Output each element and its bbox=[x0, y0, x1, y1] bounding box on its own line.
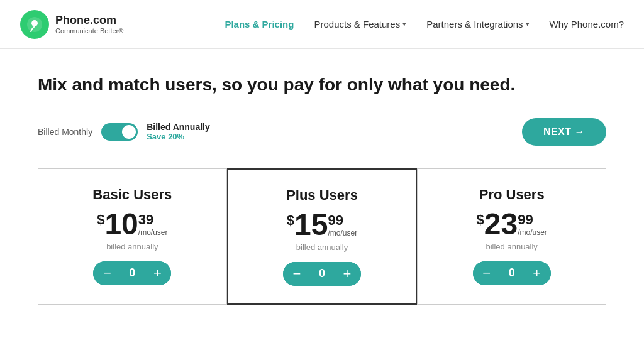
billing-annual-label: Billed Annually bbox=[147, 122, 210, 132]
toggle-thumb bbox=[122, 125, 136, 139]
counter-decrement-basic[interactable]: − bbox=[93, 261, 121, 285]
logo-text: Phone.com Communicate Better® bbox=[55, 14, 123, 35]
counter-increment-pro[interactable]: + bbox=[523, 261, 551, 285]
pricing-cards-row: Basic Users $ 10 39 /mo/user billed annu… bbox=[38, 168, 606, 305]
price-dollar-pro: $ bbox=[477, 212, 484, 228]
counter-increment-basic[interactable]: + bbox=[143, 261, 171, 285]
billing-row: Billed Monthly Billed Annually Save 20% … bbox=[38, 118, 606, 146]
price-row-pro: $ 23 99 /mo/user bbox=[477, 209, 547, 239]
counter-value-pro: 0 bbox=[501, 266, 523, 280]
main-content: Mix and match users, so you pay for only… bbox=[0, 49, 644, 305]
price-amount-plus: 15 bbox=[294, 210, 328, 240]
counter-increment-plus[interactable]: + bbox=[333, 262, 361, 286]
counter-value-plus: 0 bbox=[311, 267, 333, 280]
logo-area: Phone.com Communicate Better® bbox=[20, 10, 123, 39]
pricing-card-pro: Pro Users $ 23 99 /mo/user billed annual… bbox=[417, 169, 606, 305]
price-unit-plus: /mo/user bbox=[328, 229, 357, 237]
billed-note-basic: billed annually bbox=[106, 242, 158, 251]
nav-plans-pricing[interactable]: Plans & Pricing bbox=[225, 19, 294, 30]
price-dollar-basic: $ bbox=[97, 212, 104, 228]
chevron-down-icon: ▾ bbox=[402, 20, 406, 28]
counter-decrement-plus[interactable]: − bbox=[283, 262, 311, 286]
counter-decrement-pro[interactable]: − bbox=[473, 261, 501, 285]
price-cents-unit-pro: 99 /mo/user bbox=[518, 212, 547, 237]
chevron-down-icon: ▾ bbox=[526, 20, 530, 28]
price-cents-unit-basic: 39 /mo/user bbox=[138, 212, 168, 237]
logo-tagline: Communicate Better® bbox=[55, 27, 123, 35]
price-cents-plus: 99 bbox=[328, 212, 357, 229]
nav-partners-integrations[interactable]: Partners & Integrations ▾ bbox=[426, 19, 529, 30]
logo-name: Phone.com bbox=[55, 14, 123, 27]
pricing-card-basic: Basic Users $ 10 39 /mo/user billed annu… bbox=[38, 169, 227, 305]
counter-pro: − 0 + bbox=[473, 261, 551, 285]
price-unit-pro: /mo/user bbox=[518, 228, 547, 237]
nav-products-features[interactable]: Products & Features ▾ bbox=[314, 19, 406, 30]
card-title-basic: Basic Users bbox=[92, 187, 172, 203]
counter-plus: − 0 + bbox=[283, 262, 361, 286]
billing-annual-area: Billed Annually Save 20% bbox=[147, 122, 210, 141]
price-dollar-plus: $ bbox=[287, 212, 294, 229]
price-cents-unit-plus: 99 /mo/user bbox=[328, 212, 357, 237]
card-title-plus: Plus Users bbox=[286, 187, 358, 204]
pricing-card-plus: Plus Users $ 15 99 /mo/user billed annua… bbox=[227, 168, 418, 305]
price-row-plus: $ 15 99 /mo/user bbox=[287, 210, 357, 240]
billing-monthly-label: Billed Monthly bbox=[38, 127, 92, 137]
header: Phone.com Communicate Better® Plans & Pr… bbox=[0, 0, 644, 49]
price-cents-pro: 99 bbox=[518, 212, 547, 228]
card-title-pro: Pro Users bbox=[479, 187, 545, 203]
billing-save-label: Save 20% bbox=[147, 132, 210, 141]
next-button[interactable]: NEXT → bbox=[522, 118, 606, 146]
price-amount-basic: 10 bbox=[104, 209, 138, 239]
price-row-basic: $ 10 39 /mo/user bbox=[97, 209, 167, 239]
counter-value-basic: 0 bbox=[121, 266, 143, 280]
billing-toggle[interactable] bbox=[101, 123, 138, 141]
main-nav: Plans & Pricing Products & Features ▾ Pa… bbox=[225, 19, 624, 30]
logo-icon bbox=[20, 10, 49, 39]
billed-note-plus: billed annually bbox=[296, 242, 348, 252]
price-cents-basic: 39 bbox=[138, 212, 168, 228]
price-unit-basic: /mo/user bbox=[138, 228, 168, 237]
page-headline: Mix and match users, so you pay for only… bbox=[38, 74, 606, 95]
billed-note-pro: billed annually bbox=[486, 242, 537, 251]
counter-basic: − 0 + bbox=[93, 261, 171, 285]
svg-point-1 bbox=[31, 20, 38, 26]
nav-why-phonecom[interactable]: Why Phone.com? bbox=[550, 19, 624, 30]
price-amount-pro: 23 bbox=[484, 209, 518, 239]
